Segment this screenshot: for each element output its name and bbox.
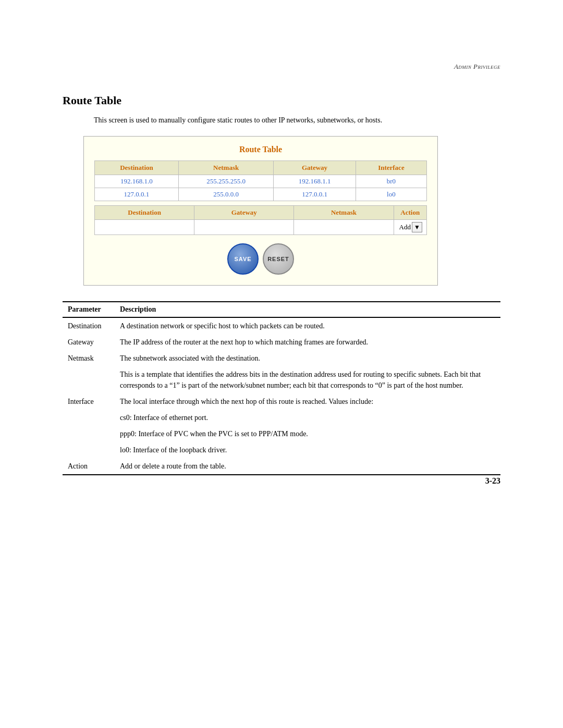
col-header-interface: Interface <box>356 161 426 175</box>
param-desc-ppp0: ppp0: Interface of PVC when the PVC is s… <box>115 426 500 442</box>
page-title: Route Table <box>63 94 500 107</box>
page-number: 3-23 <box>485 476 500 486</box>
admin-privilege-label: Admin Privilege <box>454 63 500 71</box>
param-name-destination: Destination <box>63 317 115 334</box>
param-desc-lo0: lo0: Interface of the loopback driver. <box>115 442 500 458</box>
parameter-table: Parameter Description Destination A dest… <box>63 301 500 475</box>
param-name-netmask: Netmask <box>63 350 115 366</box>
param-name-gateway: Gateway <box>63 334 115 350</box>
table-row: 192.168.1.0 255.255.255.0 192.168.1.1 br… <box>95 175 427 188</box>
input-route-table: Destination Gateway Netmask Action <box>94 205 427 235</box>
param-name-netmask-detail <box>63 366 115 393</box>
reset-button[interactable]: RESET <box>263 243 294 275</box>
param-desc-interface: The local interface through which the ne… <box>115 393 500 410</box>
intro-text: This screen is used to manually configur… <box>94 115 500 126</box>
param-row-destination: Destination A destination network or spe… <box>63 317 500 334</box>
cell-gateway: 192.168.1.1 <box>274 175 356 188</box>
destination-input[interactable] <box>99 223 190 231</box>
cell-netmask: 255.255.255.0 <box>178 175 273 188</box>
param-row-action: Action Add or delete a route from the ta… <box>63 458 500 475</box>
table-row: 127.0.0.1 255.0.0.0 127.0.0.1 lo0 <box>95 188 427 201</box>
param-row-interface-lo0: lo0: Interface of the loopback driver. <box>63 442 500 458</box>
netmask-input[interactable] <box>298 223 389 231</box>
col-header-action-input: Action <box>394 206 426 220</box>
existing-routes-table: Destination Netmask Gateway Interface 19… <box>94 161 427 201</box>
param-desc-action: Add or delete a route from the table. <box>115 458 500 475</box>
cell-destination: 192.168.1.0 <box>95 175 179 188</box>
save-button[interactable]: SAVE <box>227 243 259 275</box>
param-row-gateway: Gateway The IP address of the router at … <box>63 334 500 350</box>
cell-destination: 127.0.0.1 <box>95 188 179 201</box>
param-desc-cs0: cs0: Interface of ethernet port. <box>115 410 500 426</box>
param-desc-gateway: The IP address of the router at the next… <box>115 334 500 350</box>
gateway-input-cell[interactable] <box>194 220 294 235</box>
action-cell: Add ▼ <box>394 220 426 235</box>
route-table-box: Route Table Destination Netmask Gateway … <box>83 136 438 286</box>
param-name-empty2 <box>63 426 115 442</box>
param-desc-netmask: The subnetwork associated with the desti… <box>115 350 500 366</box>
param-name-empty1 <box>63 410 115 426</box>
param-row-interface-cs0: cs0: Interface of ethernet port. <box>63 410 500 426</box>
param-row-netmask: Netmask The subnetwork associated with t… <box>63 350 500 366</box>
buttons-area: SAVE RESET <box>94 243 427 275</box>
param-row-interface: Interface The local interface through wh… <box>63 393 500 410</box>
cell-interface: br0 <box>356 175 426 188</box>
cell-netmask: 255.0.0.0 <box>178 188 273 201</box>
param-name-action: Action <box>63 458 115 475</box>
route-table-box-title: Route Table <box>94 145 427 154</box>
col-header-gateway-input: Gateway <box>194 206 294 220</box>
param-name-interface: Interface <box>63 393 115 410</box>
col-header-netmask-input: Netmask <box>294 206 394 220</box>
col-header-netmask: Netmask <box>178 161 273 175</box>
param-desc-netmask-detail: This is a template that identifies the a… <box>115 366 500 393</box>
col-header-destination: Destination <box>95 161 179 175</box>
param-desc-destination: A destination network or specific host t… <box>115 317 500 334</box>
col-header-gateway: Gateway <box>274 161 356 175</box>
action-dropdown-button[interactable]: ▼ <box>412 222 422 232</box>
param-name-empty3 <box>63 442 115 458</box>
param-col-header: Parameter <box>63 302 115 317</box>
cell-interface: lo0 <box>356 188 426 201</box>
destination-input-cell[interactable] <box>95 220 194 235</box>
desc-col-header: Description <box>115 302 500 317</box>
cell-gateway: 127.0.0.1 <box>274 188 356 201</box>
action-select-wrapper: Add ▼ <box>399 222 422 232</box>
param-row-netmask-detail: This is a template that identifies the a… <box>63 366 500 393</box>
param-row-interface-ppp0: ppp0: Interface of PVC when the PVC is s… <box>63 426 500 442</box>
gateway-input[interactable] <box>199 223 289 231</box>
col-header-destination-input: Destination <box>95 206 194 220</box>
netmask-input-cell[interactable] <box>294 220 394 235</box>
input-route-row: Add ▼ <box>95 220 427 235</box>
action-add-label: Add <box>399 223 411 231</box>
